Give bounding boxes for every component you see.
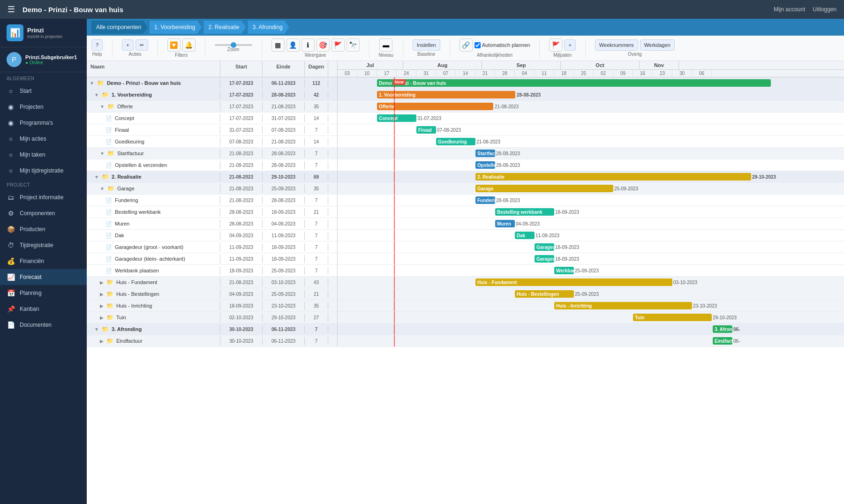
gantt-bar-10[interactable]: Garage	[475, 185, 613, 192]
table-row: 📄 Fundering 21-08-2023 28-08-2023 7 Fund…	[87, 195, 844, 206]
sidebar-item-producten[interactable]: 📦 Producten	[0, 221, 87, 237]
link-icon-button[interactable]: 🔗	[460, 38, 473, 52]
sidebar-item-projecten[interactable]: ◉ Projecten	[0, 99, 87, 115]
sidebar-item-documenten[interactable]: 📄 Documenten	[0, 317, 87, 333]
sidebar-item-label: Start	[20, 88, 31, 94]
gantt-bar-area-18: Huis - Fundament 03-10-2023	[338, 277, 844, 288]
expand-icon[interactable]: ▼	[94, 174, 99, 180]
sidebar-item-tijdregistratie[interactable]: ○ Mijn tijdregistratie	[0, 163, 87, 179]
gantt-bar-4[interactable]: Concept	[377, 114, 416, 122]
gantt-bar-13[interactable]: Muren	[495, 220, 515, 227]
gantt-bar-19[interactable]: Huis - Bestellingen	[515, 290, 574, 298]
zoom-slider[interactable]	[215, 44, 252, 46]
documenten-icon: 📄	[7, 321, 15, 329]
view-target-button[interactable]: 🎯	[316, 38, 330, 52]
sidebar-item-tijdreg2[interactable]: ⏱ Tijdregistratie	[0, 237, 87, 253]
gantt-bar-20[interactable]: Huis - Inrichting	[554, 302, 692, 309]
gantt-bar-16[interactable]: Garagedeu	[535, 255, 554, 263]
help-button[interactable]: ?	[91, 39, 103, 51]
gantt-bar-17[interactable]: Werkbank	[554, 267, 574, 274]
gantt-bar-14[interactable]: Dak	[515, 232, 535, 239]
expand-icon[interactable]: ▼	[94, 92, 99, 98]
sidebar-item-mijn-taken[interactable]: ○ Mijn taken	[0, 147, 87, 163]
expand-icon[interactable]: ▶	[100, 303, 104, 308]
gantt-bar-8[interactable]: Opstellen &	[475, 161, 495, 169]
table-row: 📄 Opstellen & verzenden 21-08-2023 28-08…	[87, 159, 844, 171]
breadcrumb-realisatie[interactable]: 2. Realisatie	[203, 21, 246, 34]
logout-link[interactable]: Uitloggen	[813, 6, 836, 13]
view-user-button[interactable]: 👤	[286, 38, 300, 52]
sidebar-item-start[interactable]: ○ Start	[0, 83, 87, 99]
expand-icon[interactable]: ▶	[100, 280, 104, 285]
filter-button[interactable]: 🔽	[167, 38, 181, 52]
breadcrumb-voorbereiding[interactable]: 1. Voorbereiding	[150, 21, 202, 34]
expand-icon[interactable]: ▶	[100, 292, 104, 297]
milestone-add-button[interactable]: +	[564, 39, 575, 51]
gantt-bar-area-17: Werkbank 25-09-2023	[338, 265, 844, 276]
auto-plannen-input[interactable]	[475, 42, 481, 48]
edit-button[interactable]: ✏	[136, 39, 148, 51]
sidebar-item-kanban[interactable]: 📌 Kanban	[0, 301, 87, 317]
doc-icon: 📄	[106, 162, 112, 168]
breadcrumb-alle[interactable]: Alle componenten	[91, 21, 148, 34]
cell-start-2: 17-07-2023	[220, 91, 263, 99]
milestone-12: 18-09-2023	[555, 210, 579, 215]
gantt-bar-11[interactable]: Fundering	[475, 196, 495, 204]
gantt-bar-5[interactable]: Finaal	[416, 126, 436, 134]
gantt-bar-22[interactable]: 3. Afrond	[713, 325, 732, 333]
gantt-bar-18[interactable]: Huis - Fundament	[475, 278, 672, 286]
sidebar-item-project-info[interactable]: 🗂 Project informatie	[0, 189, 87, 205]
sidebar-item-componenten[interactable]: ⚙ Componenten	[0, 205, 87, 221]
breadcrumb-afronding[interactable]: 3. Afronding	[248, 21, 289, 34]
sidebar-item-programmas[interactable]: ◉ Programma's	[0, 115, 87, 131]
today-line	[394, 195, 395, 206]
menu-icon[interactable]: ☰	[8, 4, 15, 15]
view-grid-button[interactable]: ▦	[271, 38, 285, 52]
expand-icon[interactable]: ▼	[100, 186, 105, 191]
view-flag-button[interactable]: 🚩	[332, 38, 345, 52]
expand-icon[interactable]: ▼	[100, 104, 105, 109]
baseline-instellen-button[interactable]: Instellen	[413, 39, 440, 51]
sidebar-item-mijn-acties[interactable]: ○ Mijn acties	[0, 131, 87, 147]
cell-end-11: 28-08-2023	[263, 196, 305, 204]
gantt-bar-1[interactable]: Demo - Prinzi - Bouw van huis	[377, 79, 771, 87]
account-link[interactable]: Mijn account	[774, 6, 805, 13]
gantt-bar-21[interactable]: Tuin	[633, 314, 712, 321]
avatar: P	[7, 52, 22, 67]
today-line	[394, 89, 395, 100]
auto-plannen-checkbox[interactable]: Automatisch plannen	[475, 42, 530, 48]
weeknummers-button[interactable]: Weeknummers	[595, 39, 638, 51]
gantt-bar-6[interactable]: Goedkeuring	[436, 138, 475, 145]
today-line	[394, 277, 395, 288]
sidebar-item-planning[interactable]: 📅 Planning	[0, 285, 87, 301]
view-binoculars-button[interactable]: 🔭	[347, 38, 360, 52]
add-button[interactable]: +	[122, 39, 133, 51]
gantt-bar-12[interactable]: Bestelling werkbank	[495, 208, 554, 216]
sidebar-item-forecast[interactable]: 📈 Forecast	[0, 269, 87, 285]
expand-icon[interactable]: ▶	[100, 339, 104, 344]
expand-icon[interactable]: ▼	[94, 327, 99, 332]
view-info-button[interactable]: ℹ	[301, 38, 315, 52]
sidebar-user: P Prinzi.Subgebruiker1 ● Online	[0, 47, 87, 72]
gantt-bar-2[interactable]: 1. Voorbereiding	[377, 91, 515, 98]
gantt-bar-23[interactable]: Eindfactuu	[713, 337, 732, 345]
werkdagen-button[interactable]: Werkdagen	[640, 39, 675, 51]
sidebar-item-financien[interactable]: 💰 Financiën	[0, 253, 87, 269]
expand-icon[interactable]: ▶	[100, 315, 104, 320]
alert-button[interactable]: 🔔	[182, 38, 196, 52]
expand-icon[interactable]: ▼	[90, 81, 94, 86]
task-name: Garagedeur (klein- achterkant)	[115, 256, 185, 262]
gantt-bar-7[interactable]: Startfactuu	[475, 150, 495, 157]
content-area: Alle componenten 1. Voorbereiding 2. Rea…	[87, 19, 844, 504]
table-row: ▼ 📁 Startfactuur 21-08-2023 28-08-2023 7…	[87, 148, 844, 159]
task-name: Werkbank plaatsen	[115, 268, 159, 273]
cell-start-11: 21-08-2023	[220, 196, 263, 204]
gantt-bar-15[interactable]: Garagedeu	[535, 243, 554, 251]
milestone-flag-button[interactable]: 🚩	[549, 38, 562, 52]
table-row: ▶ 📁 Eindfactuur 30-10-2023 06-11-2023 7 …	[87, 335, 844, 347]
table-row: ▶ 📁 Huis - Inrichting 18-09-2023 23-10-2…	[87, 300, 844, 312]
niveau-bar-button[interactable]: ▬	[379, 38, 392, 52]
gantt-bar-9[interactable]: 2. Realisatie	[475, 173, 751, 181]
expand-icon[interactable]: ▼	[100, 151, 105, 156]
today-line	[394, 323, 395, 335]
